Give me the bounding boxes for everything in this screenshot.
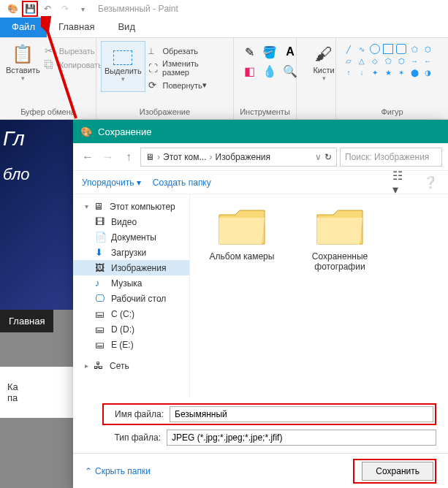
dialog-nav: ← → ↑ 🖥 › Этот ком... › Изображения ∨ ↻ …: [73, 143, 448, 171]
tree-drive-c[interactable]: 🖴C (C:): [73, 306, 189, 321]
title-bar: 🎨 💾 ↶ ↷ ▾ Безымянный - Paint: [0, 0, 448, 18]
file-tab[interactable]: Файл: [0, 18, 47, 37]
resize-button[interactable]: ⛶Изменить размер: [145, 58, 229, 78]
shapes-group: ╱∿⬠⬡ ▱△◇⬠⬡→← ↑↓✦★✶⬤◑ Фигур: [336, 38, 448, 119]
filename-row: Имя файла:: [102, 403, 436, 425]
shapes-gallery[interactable]: ╱∿⬠⬡ ▱△◇⬠⬡→← ↑↓✦★✶⬤◑: [341, 41, 444, 80]
cut-button[interactable]: ✂Вырезать: [42, 44, 105, 58]
filetype-row: Тип файла:: [102, 430, 436, 446]
save-dialog: 🎨 Сохранение ← → ↑ 🖥 › Этот ком... › Изо…: [73, 120, 448, 488]
back-icon[interactable]: ←: [79, 148, 96, 166]
view-tab[interactable]: Вид: [106, 18, 147, 37]
dialog-titlebar: 🎨 Сохранение: [73, 120, 448, 143]
view-options-icon[interactable]: ☷ ▾: [392, 174, 410, 191]
folder-icon: [314, 206, 365, 247]
music-icon: ♪: [95, 278, 108, 289]
dialog-toolbar: Упорядочить ▾ Создать папку ☷ ▾ ❔: [73, 171, 448, 194]
tree-videos[interactable]: 🎞Видео: [73, 214, 189, 229]
image-label: Изображение: [101, 104, 229, 116]
folder-camera-roll[interactable]: Альбом камеры: [202, 206, 282, 262]
folder-saved-pictures[interactable]: Сохраненные фотографии: [300, 206, 380, 272]
paste-button[interactable]: 📋 Вставить ▾: [4, 41, 42, 85]
paste-icon: 📋: [12, 44, 34, 64]
pc-icon: 🖥: [94, 201, 107, 212]
documents-icon: 📄: [95, 232, 108, 243]
document-preview: Гл бло: [0, 120, 73, 310]
save-button-highlight: Сохранить: [353, 459, 436, 484]
forward-icon[interactable]: →: [99, 148, 117, 166]
tree-desktop[interactable]: 🖵Рабочий стол: [73, 291, 189, 306]
tree-network[interactable]: ▸🖧Сеть: [73, 358, 189, 373]
dialog-fields: Имя файла: Тип файла:: [73, 397, 448, 453]
paint-app-icon: 🎨: [4, 1, 20, 17]
new-folder-button[interactable]: Создать папку: [153, 178, 211, 188]
redo-icon[interactable]: ↷: [57, 1, 73, 17]
search-input[interactable]: Поиск: Изображения: [340, 148, 442, 167]
tree-this-pc[interactable]: ▾🖥Этот компьютер: [73, 199, 189, 214]
filetype-select[interactable]: [167, 430, 436, 446]
dialog-title: Сохранение: [98, 126, 152, 137]
network-icon: 🖧: [94, 360, 107, 371]
home-tab[interactable]: Главная: [47, 18, 106, 37]
tree-music[interactable]: ♪Музыка: [73, 275, 189, 291]
folder-view[interactable]: Альбом камеры Сохраненные фотографии: [190, 194, 448, 397]
magnifier-icon[interactable]: 🔍: [282, 63, 298, 79]
text-icon[interactable]: A: [282, 44, 298, 60]
downloads-icon: ⬇: [95, 247, 108, 258]
tree-documents[interactable]: 📄Документы: [73, 229, 189, 245]
rotate-button[interactable]: ⟳Повернуть ▾: [145, 78, 229, 92]
select-button[interactable]: Выделить ▾: [101, 41, 145, 92]
document-tab: Главная: [0, 310, 53, 332]
rotate-icon: ⟳: [148, 80, 160, 91]
ribbon-tabs: Файл Главная Вид: [0, 18, 448, 38]
breadcrumb[interactable]: 🖥 › Этот ком... › Изображения ∨ ↻: [140, 148, 337, 167]
brush-icon: 🖌: [315, 44, 333, 64]
refresh-icon[interactable]: ↻: [324, 152, 332, 162]
video-icon: 🎞: [95, 216, 108, 227]
filetype-label: Тип файла:: [102, 432, 161, 443]
undo-icon[interactable]: ↶: [39, 1, 56, 17]
save-icon[interactable]: 💾: [22, 1, 38, 17]
clipboard-label: Буфер обмена: [4, 104, 91, 116]
tree-downloads[interactable]: ⬇Загрузки: [73, 245, 189, 260]
picker-icon[interactable]: 💧: [262, 63, 278, 79]
clipboard-group: 📋 Вставить ▾ ✂Вырезать ⿻Копировать Буфер…: [0, 38, 96, 119]
dialog-footer: ⌃ Скрыть папки Сохранить: [73, 453, 448, 488]
paint-icon: 🎨: [80, 126, 92, 137]
chevron-up-icon: ⌃: [85, 466, 92, 476]
drive-icon: 🖴: [95, 339, 108, 350]
drive-icon: 🖴: [95, 308, 108, 319]
copy-button[interactable]: ⿻Копировать: [42, 58, 105, 72]
hide-folders-button[interactable]: ⌃ Скрыть папки: [85, 466, 151, 476]
drive-icon: 🖴: [95, 324, 108, 335]
document-title: Безымянный - Paint: [98, 4, 178, 14]
pencil-icon[interactable]: ✎: [241, 44, 257, 60]
ribbon: 📋 Вставить ▾ ✂Вырезать ⿻Копировать Буфер…: [0, 38, 448, 120]
tree-pictures[interactable]: 🖼Изображения: [73, 260, 189, 275]
tools-group: ✎ 🪣 A ◧ 💧 🔍 Инструменты: [234, 38, 297, 119]
organize-button[interactable]: Упорядочить ▾: [82, 178, 141, 188]
shapes-label: Фигур: [341, 104, 444, 116]
image-group: Выделить ▾ ⟂Обрезать ⛶Изменить размер ⟳П…: [96, 38, 234, 119]
cut-icon: ✂: [45, 45, 56, 56]
brushes-group: 🖌 Кисти ▾: [297, 38, 336, 119]
tools-label: Инструменты: [238, 104, 292, 116]
pc-icon: 🖥: [145, 152, 154, 162]
fill-icon[interactable]: 🪣: [262, 44, 278, 60]
tree-drive-d[interactable]: 🖴D (D:): [73, 321, 189, 337]
filename-input[interactable]: [170, 406, 433, 422]
resize-icon: ⛶: [148, 63, 160, 74]
crop-button[interactable]: ⟂Обрезать: [145, 44, 229, 58]
tree-drive-e[interactable]: 🖴E (E:): [73, 337, 189, 352]
copy-icon: ⿻: [45, 59, 56, 70]
pictures-icon: 🖼: [95, 262, 108, 273]
save-button[interactable]: Сохранить: [362, 462, 433, 481]
eraser-icon[interactable]: ◧: [241, 63, 257, 79]
help-icon[interactable]: ❔: [422, 174, 439, 191]
filename-label: Имя файла:: [105, 409, 164, 419]
customize-qat-icon[interactable]: ▾: [75, 1, 91, 17]
folder-tree: ▾🖥Этот компьютер 🎞Видео 📄Документы ⬇Загр…: [73, 194, 190, 397]
dialog-body: ▾🖥Этот компьютер 🎞Видео 📄Документы ⬇Загр…: [73, 194, 448, 397]
select-icon: [113, 50, 132, 65]
up-icon[interactable]: ↑: [120, 148, 137, 166]
